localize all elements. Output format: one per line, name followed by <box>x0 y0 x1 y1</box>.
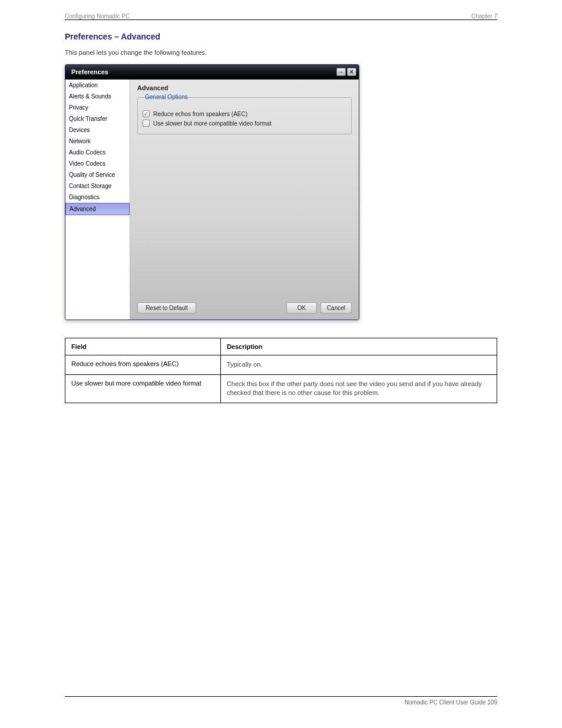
video-format-checkbox-label: Use slower but more compatible video for… <box>153 120 272 127</box>
header-left: Configuring Nomadic PC <box>65 13 130 19</box>
preferences-sidebar: Application Alerts & Sounds Privacy Quic… <box>65 80 130 319</box>
cancel-button[interactable]: Cancel <box>320 302 352 314</box>
sidebar-item-qos[interactable]: Quality of Service <box>65 169 130 180</box>
ok-button[interactable]: OK <box>286 302 317 314</box>
table-row: Reduce echoes from speakers (AEC) Typica… <box>65 355 497 374</box>
sidebar-item-quick-transfer[interactable]: Quick Transfer <box>65 113 130 124</box>
group-legend: General Options <box>143 94 190 100</box>
dialog-titlebar[interactable]: Preferences ─ ✕ <box>65 65 359 79</box>
sidebar-item-privacy[interactable]: Privacy <box>65 102 130 113</box>
sidebar-item-network[interactable]: Network <box>65 136 130 147</box>
panel-title: Advanced <box>137 84 352 91</box>
check-icon: ✓ <box>144 111 148 117</box>
sidebar-item-contact-storage[interactable]: Contact Storage <box>65 180 130 192</box>
page-footer: Nomadic PC Client User Guide 109 <box>65 696 497 706</box>
video-format-checkbox[interactable] <box>143 120 150 127</box>
aec-checkbox-label: Reduce echos from speakers (AEC) <box>153 111 247 117</box>
dialog-title: Preferences <box>71 68 108 75</box>
sidebar-item-application[interactable]: Application <box>65 80 130 91</box>
table-header-description: Description <box>220 338 497 355</box>
preferences-dialog: Preferences ─ ✕ Application Alerts & Sou… <box>65 64 359 320</box>
general-options-group: General Options ✓ Reduce echos from spea… <box>137 97 352 134</box>
table-cell-desc: Check this box if the other party does n… <box>220 374 497 403</box>
sidebar-item-advanced[interactable]: Advanced <box>65 203 130 215</box>
header-right: Chapter 7 <box>471 13 497 19</box>
table-header-field: Field <box>65 338 221 355</box>
table-cell-field: Reduce echoes from speakers (AEC) <box>65 355 221 374</box>
checkbox-row-aec[interactable]: ✓ Reduce echos from speakers (AEC) <box>143 110 346 117</box>
sidebar-item-video-codecs[interactable]: Video Codecs <box>65 158 130 169</box>
sidebar-item-alerts-sounds[interactable]: Alerts & Sounds <box>65 91 130 102</box>
minimize-icon: ─ <box>339 69 343 75</box>
table-cell-desc: Typically on. <box>220 355 497 374</box>
sidebar-item-devices[interactable]: Devices <box>65 124 130 136</box>
page-header: Configuring Nomadic PC Chapter 7 <box>65 13 497 19</box>
table-row: Use slower but more compatible video for… <box>65 374 497 403</box>
sidebar-item-diagnostics[interactable]: Diagnostics <box>65 192 130 203</box>
aec-checkbox[interactable]: ✓ <box>143 110 150 117</box>
minimize-button[interactable]: ─ <box>336 68 346 76</box>
footer-text: Nomadic PC Client User Guide 109 <box>65 699 497 706</box>
close-button[interactable]: ✕ <box>347 68 356 76</box>
reset-to-default-button[interactable]: Reset to Default <box>137 302 196 314</box>
close-icon: ✕ <box>349 69 354 75</box>
table-cell-field: Use slower but more compatible video for… <box>65 374 221 403</box>
checkbox-row-video[interactable]: Use slower but more compatible video for… <box>143 120 346 127</box>
section-subtext: This panel lets you change the following… <box>65 48 497 57</box>
section-heading: Preferences – Advanced <box>65 32 497 41</box>
main-panel: Advanced General Options ✓ Reduce echos … <box>130 80 359 319</box>
sidebar-item-audio-codecs[interactable]: Audio Codecs <box>65 147 130 158</box>
fields-table: Field Description Reduce echoes from spe… <box>65 338 497 403</box>
